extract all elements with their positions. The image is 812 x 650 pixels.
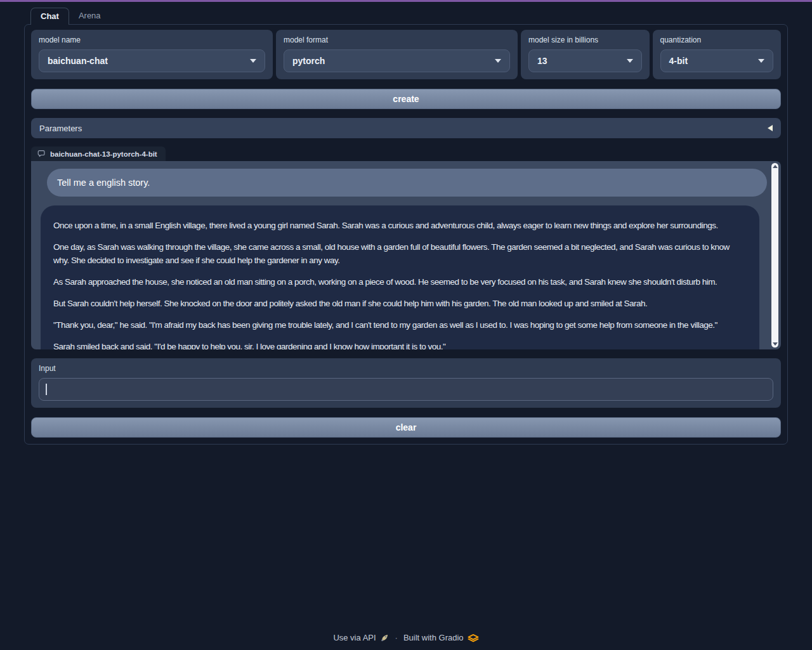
model-config-row: model name baichuan-chat model format py… [31,30,781,79]
bot-paragraph: Once upon a time, in a small English vil… [53,219,747,232]
quantization-value: 4-bit [669,56,688,66]
input-textbox[interactable] [39,378,773,401]
chat-history[interactable]: Tell me a english story. Once upon a tim… [31,161,781,349]
accordion-collapsed-icon [768,125,773,131]
bot-message-bubble: Once upon a time, in a small English vil… [41,205,759,349]
quantization-panel: quantization 4-bit [653,30,782,79]
chat-scrollbar[interactable] [771,163,778,348]
user-message-bubble: Tell me a english story. [47,169,767,197]
footer: Use via API · Built with Gradio [0,633,812,642]
gradio-logo-icon [468,634,479,642]
tab-nav: Chat Arena [24,8,788,24]
tab-chat[interactable]: Chat [30,8,69,25]
parameters-accordion[interactable]: Parameters [31,118,781,138]
bot-paragraph: "Thank you, dear," he said. "I'm afraid … [53,318,747,332]
bot-paragraph: One day, as Sarah was walking through th… [53,240,747,267]
model-size-panel: model size in billions 13 [521,30,650,79]
chatbot: baichuan-chat-13-pytorch-4-bit Tell me a… [31,146,781,349]
tab-arena[interactable]: Arena [69,8,110,24]
quantization-label: quantization [660,36,774,44]
model-size-value: 13 [537,56,547,66]
use-via-api-link[interactable]: Use via API [333,633,389,642]
chevron-down-icon [495,59,501,63]
chatbot-label: baichuan-chat-13-pytorch-4-bit [50,150,157,158]
model-name-panel: model name baichuan-chat [31,30,273,79]
parameters-accordion-label: Parameters [39,124,82,133]
rocket-icon [380,633,390,642]
model-size-label: model size in billions [528,36,642,44]
model-format-dropdown[interactable]: pytorch [284,49,510,72]
chat-bubble-icon [37,150,46,158]
gradio-app: Chat Arena model name baichuan-chat mode… [24,8,788,445]
model-name-dropdown[interactable]: baichuan-chat [39,49,265,72]
model-format-label: model format [284,36,510,44]
model-format-value: pytorch [292,56,325,66]
text-cursor [46,384,47,395]
chevron-down-icon [250,59,256,63]
scroll-down-icon[interactable] [773,342,778,346]
built-with-gradio-link[interactable]: Built with Gradio [403,633,479,642]
model-name-label: model name [39,36,265,44]
model-format-panel: model format pytorch [276,30,518,79]
quantization-dropdown[interactable]: 4-bit [660,49,774,72]
chatbot-label-chip: baichuan-chat-13-pytorch-4-bit [31,146,166,161]
input-panel: Input [31,358,781,408]
built-with-gradio-label: Built with Gradio [403,633,464,642]
chevron-down-icon [758,59,764,63]
clear-button[interactable]: clear [31,417,781,438]
accent-top-bar [0,0,812,2]
scroll-up-icon[interactable] [773,165,778,168]
bot-paragraph: As Sarah approached the house, she notic… [53,275,747,289]
bot-paragraph: But Sarah couldn't help herself. She kno… [53,297,747,310]
footer-separator: · [395,633,398,642]
create-button[interactable]: create [31,89,781,109]
chat-tab-panel: model name baichuan-chat model format py… [24,24,788,445]
model-name-value: baichuan-chat [48,56,108,66]
input-label: Input [39,364,773,373]
chevron-down-icon [627,59,633,63]
user-message-text: Tell me a english story. [57,178,150,188]
model-size-dropdown[interactable]: 13 [528,49,642,72]
use-via-api-label: Use via API [333,633,376,642]
chat-messages: Tell me a english story. Once upon a tim… [31,161,781,349]
bot-paragraph: Sarah smiled back and said, "I'd be happ… [53,340,747,349]
